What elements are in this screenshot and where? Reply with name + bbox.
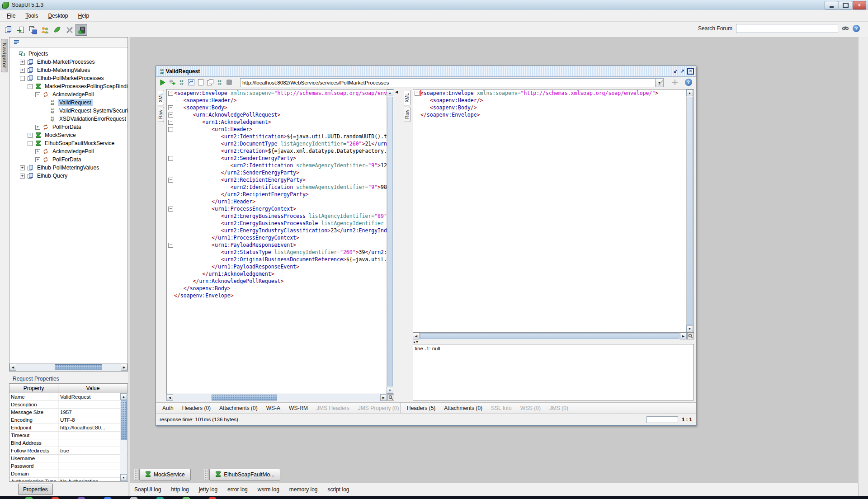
binoculars-icon[interactable] — [842, 25, 849, 32]
log-tab-wsrm-log[interactable]: wsrm log — [258, 486, 279, 493]
cancel-request-icon[interactable] — [224, 78, 234, 87]
code-line[interactable]: <urn2:StatusType listAgencyIdentifier="2… — [174, 249, 387, 256]
soapui-pro-icon[interactable] — [51, 24, 63, 36]
property-value[interactable] — [58, 439, 127, 447]
tree-expander-icon[interactable]: − — [35, 92, 40, 97]
minimized-window-grip[interactable] — [204, 469, 208, 480]
tree-item-pollfordata[interactable]: +PollForData — [9, 155, 127, 164]
property-row-description[interactable]: Description — [9, 401, 127, 409]
maximize-button[interactable] — [839, 1, 852, 9]
code-line[interactable]: <urn1:Header> — [174, 126, 387, 133]
tree-item-validrequest[interactable]: soapValidRequest — [9, 99, 127, 107]
code-line[interactable]: <soapenv:Header/> — [420, 97, 687, 104]
property-row-password[interactable]: Password — [9, 462, 127, 470]
navigator-vertical-tab[interactable]: Navigator — [1, 39, 8, 72]
tree-expander-icon[interactable]: − — [28, 141, 33, 146]
tree-item-elhub-query[interactable]: +Elhub-Query — [9, 172, 127, 180]
fold-toggle-icon[interactable]: − — [168, 243, 173, 248]
code-line[interactable]: <urn:AcknowledgePollRequest> — [174, 111, 387, 118]
property-row-encoding[interactable]: EncodingUTF-8 — [9, 416, 127, 424]
request-tab-ws-rm[interactable]: WS-RM — [289, 405, 308, 411]
property-row-timeout[interactable]: Timeout — [9, 432, 127, 439]
property-value[interactable]: UTF-8 — [58, 416, 127, 424]
properties-bottom-tab[interactable]: Properties — [18, 484, 53, 495]
property-value[interactable] — [58, 462, 127, 470]
code-line[interactable]: <soapenv:Body/> — [420, 104, 687, 111]
magnifier-icon[interactable] — [687, 333, 694, 339]
fold-toggle-icon[interactable]: − — [168, 156, 173, 161]
tree-expander-icon[interactable]: − — [28, 84, 33, 89]
tree-item-projects[interactable]: Projects — [9, 50, 127, 58]
log-tab-memory-log[interactable]: memory log — [289, 486, 318, 493]
code-line[interactable]: </soapenv:Envelope> — [420, 111, 687, 118]
request-xml-editor[interactable]: −−−−−−−−− <soapenv:Envelope xmlns:soapen… — [166, 89, 394, 394]
proxy-icon[interactable] — [75, 24, 87, 36]
minimize-button[interactable] — [825, 1, 838, 9]
property-row-bind-address[interactable]: Bind Address — [9, 439, 127, 447]
property-value[interactable] — [58, 455, 127, 462]
preferences-icon[interactable] — [63, 24, 75, 36]
request-vertical-scrollbar[interactable]: ▲ ▼ — [387, 89, 394, 394]
code-line[interactable]: <urn2:OriginalBusinessDocumentReference>… — [174, 256, 387, 263]
fold-toggle-icon[interactable]: − — [168, 91, 173, 96]
request-window-titlebar[interactable]: soap ValidRequest ↙ ↗ × — [156, 66, 696, 77]
code-line[interactable]: <urn2:Identification>${=java.util.UUID.r… — [174, 133, 387, 140]
taskbar-icon[interactable] — [25, 497, 33, 499]
submit-icon[interactable] — [158, 78, 167, 87]
code-line[interactable]: <urn2:DocumentType listAgencyIdentifier=… — [174, 140, 387, 147]
response-tab-attachments-0-[interactable]: Attachments (0) — [444, 405, 482, 411]
tree-item-elhub-meteringvalues[interactable]: +Elhub-MeteringValues — [9, 66, 127, 74]
soap-action-icon[interactable]: soap — [215, 78, 224, 87]
minimized-window-elhubsoapfaultmo-[interactable]: ElhubSoapFaultMo... — [209, 469, 280, 480]
tree-item-acknowledgepoll[interactable]: −AcknowledgePoll — [9, 90, 127, 99]
add-to-testcase-icon[interactable] — [167, 78, 177, 87]
tree-options-icon[interactable] — [13, 39, 20, 46]
property-row-authentication-type[interactable]: Authentication TypeNo Authorization — [9, 478, 127, 482]
code-line[interactable]: <urn2:Creation>${=javax.xml.datatype.Dat… — [174, 147, 387, 155]
log-tab-error-log[interactable]: error log — [227, 486, 248, 493]
help-icon[interactable]: ? — [684, 78, 693, 87]
fold-toggle-icon[interactable]: − — [168, 178, 173, 183]
code-line[interactable]: </urn1:PayloadResponseEvent> — [174, 263, 387, 270]
response-side-tab-raw[interactable]: Raw — [404, 107, 410, 122]
code-line[interactable]: <urn2:RecipientEnergyParty> — [174, 176, 387, 184]
property-row-username[interactable]: Username — [9, 455, 127, 462]
tree-expander-icon[interactable]: + — [28, 133, 33, 138]
tree-item-xsdvalidationerrorrequest[interactable]: soapXSDValidationErrorRequest — [9, 115, 127, 123]
request-side-tab-xml[interactable]: XML — [158, 90, 164, 106]
request-tab-headers-0-[interactable]: Headers (0) — [182, 405, 211, 411]
dump-file-icon[interactable] — [656, 78, 666, 87]
close-button[interactable]: × — [853, 1, 866, 9]
tree-item-elhub-pollmarketprocesses[interactable]: −Elhub-PollMarketProcesses — [9, 74, 127, 82]
response-vertical-scrollbar[interactable]: ▲ ▼ — [686, 89, 693, 332]
request-side-tab-raw[interactable]: Raw — [158, 107, 164, 122]
menu-help[interactable]: Help — [73, 11, 94, 20]
tree-expander-icon[interactable]: + — [20, 60, 25, 65]
code-line[interactable]: <urn2:EnergyBusinessProcess listAgencyId… — [174, 212, 387, 220]
code-line[interactable]: </soapenv:Envelope> — [174, 292, 387, 299]
forum-icon[interactable] — [39, 24, 51, 36]
magnifier-icon[interactable] — [387, 394, 394, 401]
code-line[interactable]: </urn2:SenderEnergyParty> — [174, 169, 387, 176]
property-value[interactable]: true — [58, 447, 127, 454]
property-value[interactable] — [58, 432, 127, 439]
property-row-endpoint[interactable]: Endpointhttp://localhost:80... — [9, 424, 127, 432]
property-value[interactable] — [58, 401, 127, 408]
tree-expander-icon[interactable]: + — [20, 174, 25, 179]
fold-toggle-icon[interactable]: − — [168, 127, 173, 132]
import-project-icon[interactable] — [14, 24, 26, 36]
minimized-window-grip[interactable] — [134, 469, 138, 480]
tree-item-elhubsoapfaultmockservice[interactable]: −ElhubSoapFaultMockService — [9, 139, 127, 147]
statusbar-input[interactable] — [646, 416, 678, 423]
editor-splitter[interactable]: ◀ — [394, 89, 404, 401]
taskbar-icon[interactable] — [51, 497, 59, 499]
tree-expander-icon[interactable]: + — [20, 165, 25, 170]
tree-horizontal-scrollbar[interactable]: ◀ ▶ — [9, 363, 127, 371]
window-maximize-icon[interactable]: ↗ — [680, 69, 684, 74]
window-close-icon[interactable]: × — [687, 68, 694, 75]
tree-expander-icon[interactable]: − — [20, 76, 25, 81]
property-value[interactable]: ValidRequest — [58, 393, 127, 400]
response-horizontal-scrollbar[interactable]: ◀ ▶ — [413, 333, 687, 339]
fold-toggle-icon[interactable]: − — [168, 120, 173, 125]
log-tab-soapui-log[interactable]: SoapUI log — [134, 486, 161, 493]
